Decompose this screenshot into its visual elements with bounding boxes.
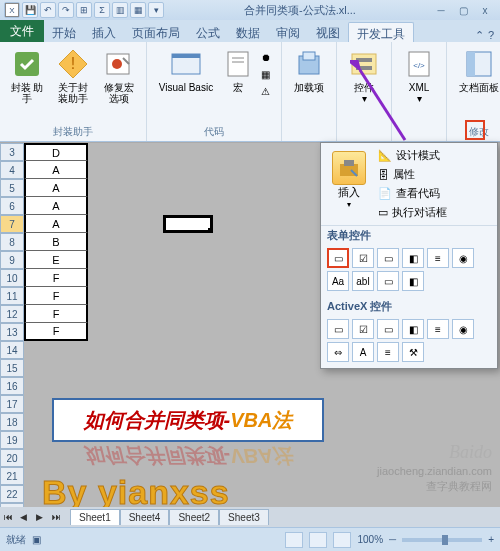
- tab-formulas[interactable]: 公式: [188, 22, 228, 42]
- qat-redo-icon[interactable]: ↷: [58, 2, 74, 18]
- button-doc-panel[interactable]: 文档面板: [453, 46, 500, 95]
- tab-review[interactable]: 审阅: [268, 22, 308, 42]
- row-header[interactable]: 22: [0, 485, 24, 503]
- row-header[interactable]: 11: [0, 287, 24, 305]
- view-pagelayout-button[interactable]: [309, 532, 327, 548]
- control-icon[interactable]: ▭: [327, 248, 349, 268]
- control-icon[interactable]: ⚒: [402, 342, 424, 362]
- row-header[interactable]: 12: [0, 305, 24, 323]
- control-icon[interactable]: ▭: [377, 248, 399, 268]
- minimize-button[interactable]: ─: [432, 4, 450, 17]
- button-pack-helper[interactable]: 封装 助手: [6, 46, 48, 106]
- button-xml[interactable]: </>XML▾: [398, 46, 440, 106]
- button-macro-security[interactable]: ⚠: [257, 84, 275, 99]
- tab-developer[interactable]: 开发工具: [348, 22, 414, 42]
- tab-data[interactable]: 数据: [228, 22, 268, 42]
- sheet-tab[interactable]: Sheet1: [70, 509, 120, 525]
- grid-row[interactable]: 16: [0, 377, 88, 395]
- qat-undo-icon[interactable]: ↶: [40, 2, 56, 18]
- grid-row[interactable]: 11F: [0, 287, 88, 305]
- grid-row[interactable]: 7A: [0, 215, 88, 233]
- row-header[interactable]: 10: [0, 269, 24, 287]
- sheet-nav-last[interactable]: ⏭: [52, 512, 66, 522]
- row-header[interactable]: 17: [0, 395, 24, 413]
- button-run-dialog[interactable]: ▭执行对话框: [375, 204, 493, 221]
- row-header[interactable]: 6: [0, 197, 24, 215]
- grid-row[interactable]: 12F: [0, 305, 88, 323]
- control-icon[interactable]: ▭: [377, 271, 399, 291]
- button-addins[interactable]: 加载项: [288, 46, 330, 95]
- zoom-slider[interactable]: [402, 538, 482, 542]
- control-icon[interactable]: ⇔: [327, 342, 349, 362]
- row-header[interactable]: 4: [0, 161, 24, 179]
- cell[interactable]: E: [24, 251, 88, 269]
- qat-item[interactable]: ⊞: [76, 2, 92, 18]
- row-header[interactable]: 19: [0, 431, 24, 449]
- cell[interactable]: D: [24, 143, 88, 161]
- ribbon-minimize-icon[interactable]: ⌃: [475, 29, 484, 42]
- tab-pagelayout[interactable]: 页面布局: [124, 22, 188, 42]
- fill-handle[interactable]: [208, 228, 213, 233]
- cell[interactable]: F: [24, 269, 88, 287]
- row-header[interactable]: 9: [0, 251, 24, 269]
- row-header[interactable]: 16: [0, 377, 24, 395]
- tab-insert[interactable]: 插入: [84, 22, 124, 42]
- excel-icon[interactable]: X: [4, 2, 20, 18]
- sheet-nav-prev[interactable]: ◀: [20, 512, 34, 522]
- grid-row[interactable]: 8B: [0, 233, 88, 251]
- cell[interactable]: F: [24, 287, 88, 305]
- button-properties[interactable]: 🗄属性: [375, 166, 493, 183]
- grid-row[interactable]: 4A: [0, 161, 88, 179]
- control-icon[interactable]: ▭: [327, 319, 349, 339]
- cell[interactable]: F: [24, 323, 88, 341]
- control-icon[interactable]: ≡: [427, 248, 449, 268]
- help-icon[interactable]: ?: [488, 29, 494, 42]
- control-icon[interactable]: ≡: [427, 319, 449, 339]
- control-icon[interactable]: ◧: [402, 271, 424, 291]
- control-icon[interactable]: ≡: [377, 342, 399, 362]
- control-icon[interactable]: ◧: [402, 248, 424, 268]
- grid-row[interactable]: 6A: [0, 197, 88, 215]
- sheet-nav-first[interactable]: ⏮: [4, 512, 18, 522]
- row-header[interactable]: 3: [0, 143, 24, 161]
- button-about-pack[interactable]: !关于封 装助手: [52, 46, 94, 106]
- grid-row[interactable]: 3D: [0, 143, 88, 161]
- control-icon[interactable]: ◉: [452, 319, 474, 339]
- sheet-tab[interactable]: Sheet3: [219, 509, 269, 525]
- dropdown-insert-button[interactable]: 插入 ▾: [325, 147, 373, 221]
- sheet-nav-next[interactable]: ▶: [36, 512, 50, 522]
- qat-item[interactable]: ▥: [112, 2, 128, 18]
- row-header[interactable]: 20: [0, 449, 24, 467]
- macro-record-icon[interactable]: ▣: [32, 534, 41, 545]
- tab-view[interactable]: 视图: [308, 22, 348, 42]
- control-icon[interactable]: A: [352, 342, 374, 362]
- grid-row[interactable]: 14: [0, 341, 88, 359]
- button-view-code[interactable]: 📄查看代码: [375, 185, 493, 202]
- zoom-out-button[interactable]: ─: [389, 534, 396, 545]
- control-icon[interactable]: abl: [352, 271, 374, 291]
- grid-row[interactable]: 15: [0, 359, 88, 377]
- row-header[interactable]: 14: [0, 341, 24, 359]
- control-icon[interactable]: ◧: [402, 319, 424, 339]
- row-header[interactable]: 7: [0, 215, 24, 233]
- control-icon[interactable]: ◉: [452, 248, 474, 268]
- control-icon[interactable]: ☑: [352, 319, 374, 339]
- qat-item[interactable]: ▦: [130, 2, 146, 18]
- file-tab[interactable]: 文件: [0, 20, 44, 42]
- qat-item[interactable]: Σ: [94, 2, 110, 18]
- close-button[interactable]: x: [476, 4, 494, 17]
- cell[interactable]: F: [24, 305, 88, 323]
- grid-row[interactable]: 5A: [0, 179, 88, 197]
- grid-row[interactable]: 9E: [0, 251, 88, 269]
- row-header[interactable]: 5: [0, 179, 24, 197]
- sheet-tab[interactable]: Sheet2: [169, 509, 219, 525]
- button-use-relative[interactable]: ▦: [257, 67, 275, 82]
- cell[interactable]: B: [24, 233, 88, 251]
- button-design-mode[interactable]: 📐设计模式: [375, 147, 493, 164]
- cell[interactable]: A: [24, 161, 88, 179]
- button-fix-macro[interactable]: 修复宏 选项: [98, 46, 140, 106]
- control-icon[interactable]: ☑: [352, 248, 374, 268]
- grid-row[interactable]: 10F: [0, 269, 88, 287]
- row-header[interactable]: 15: [0, 359, 24, 377]
- active-cell[interactable]: [163, 215, 213, 233]
